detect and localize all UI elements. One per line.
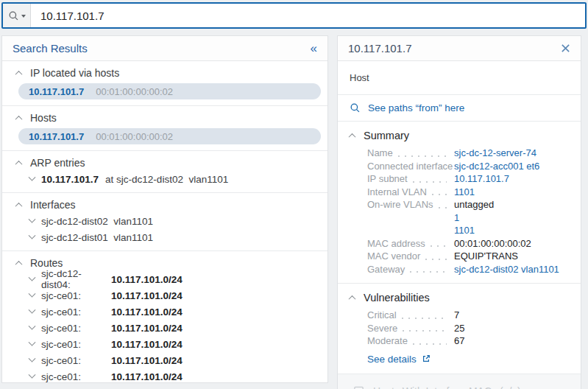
search-input[interactable]: 10.117.101.7 xyxy=(31,10,585,22)
kv-value-link[interactable]: sjc-dc-12-server-74 xyxy=(454,147,536,160)
route-row[interactable]: sjc-ce01: 10.117.101.0/24 xyxy=(2,288,327,303)
route-row[interactable]: sjc-ce01: 10.117.101.0/24 xyxy=(2,369,327,383)
arp-entry-row[interactable]: 10.117.101.7 at sjc-dc12-dist02 vlan1101 xyxy=(2,172,327,186)
kv-value-link[interactable]: 1 xyxy=(454,211,459,225)
see-paths-label: See paths “from” here xyxy=(368,102,464,113)
route-device: sjc-ce01: xyxy=(41,306,105,318)
vuln-row-critical: Critical 7 xyxy=(350,309,569,322)
summary-header[interactable]: Summary xyxy=(350,128,569,143)
route-prefix: 10.117.101.0/24 xyxy=(111,371,183,382)
summary-row-onwire-vlan-1: 1 xyxy=(350,211,569,225)
search-icon xyxy=(8,10,19,21)
collapse-panel-icon[interactable]: « xyxy=(309,42,319,55)
summary-row-connected-interface: Connected interface sjc-dc12-acc001 et6 xyxy=(350,160,569,173)
see-paths-link[interactable]: See paths “from” here xyxy=(338,95,581,122)
see-details-label: See details xyxy=(367,354,417,365)
chevron-down-icon[interactable] xyxy=(29,354,36,362)
chevron-up-icon[interactable] xyxy=(15,70,23,77)
chevron-down-icon[interactable] xyxy=(29,173,36,181)
chevron-up-icon[interactable] xyxy=(15,202,23,209)
chevron-up-icon[interactable] xyxy=(349,133,356,140)
kv-value-link[interactable]: 1101 xyxy=(454,186,475,199)
table-icon xyxy=(353,385,364,389)
route-row[interactable]: sjc-ce01: 10.117.101.0/24 xyxy=(2,337,327,351)
section-title: Hosts xyxy=(30,112,57,124)
see-details-link[interactable]: See details xyxy=(367,354,431,365)
section-arp-entries: ARP entries 10.117.101.7 at sjc-dc12-dis… xyxy=(2,151,327,193)
chevron-down-icon[interactable] xyxy=(29,306,36,313)
kv-label: MAC vendor xyxy=(367,250,420,263)
route-prefix: 10.117.101.0/24 xyxy=(111,290,183,301)
route-device: sjc-ce01: xyxy=(41,371,105,382)
disabled-section-label: Hosts With Interface MACs (n/a) xyxy=(373,385,521,389)
summary-row-mac-address: MAC address 00:01:00:00:00:02 xyxy=(350,237,569,250)
chevron-up-icon[interactable] xyxy=(349,295,356,302)
interface-row[interactable]: sjc-dc12-dist01 vlan1101 xyxy=(2,230,327,245)
kv-value-link[interactable]: sjc-dc12-dist02 vlan1101 xyxy=(454,263,559,276)
search-results-panel: Search Results « IP located via hosts 10… xyxy=(1,35,328,383)
section-vulnerabilities: Vulnerabilities Critical 7 Severe 25 Mod… xyxy=(338,284,581,374)
summary-row-name: Name sjc-dc-12-server-74 xyxy=(350,147,569,160)
section-header-ip-located[interactable]: IP located via hosts xyxy=(2,66,327,80)
route-prefix: 10.117.101.0/24 xyxy=(111,339,183,350)
chip-ip[interactable]: 10.117.101.7 xyxy=(29,131,84,142)
detail-header: 10.117.101.7 xyxy=(338,36,581,61)
chevron-down-icon[interactable] xyxy=(29,290,36,297)
section-summary: Summary Name sjc-dc-12-server-74 Connect… xyxy=(338,122,581,284)
section-header-hosts[interactable]: Hosts xyxy=(2,111,327,125)
detail-title: 10.117.101.7 xyxy=(348,42,411,55)
host-chip[interactable]: 10.117.101.7 00:01:00:00:00:02 xyxy=(18,128,321,144)
interface-row[interactable]: sjc-dc12-dist02 vlan1101 xyxy=(2,214,327,228)
summary-row-internal-vlan: Internal VLAN 1101 xyxy=(350,186,569,199)
route-row[interactable]: sjc-ce01: 10.117.101.0/24 xyxy=(2,304,327,319)
chip-mac: 00:01:00:00:00:02 xyxy=(96,131,173,142)
chevron-up-icon[interactable] xyxy=(15,115,23,122)
kv-label: Connected interface xyxy=(367,160,453,173)
search-results-title: Search Results xyxy=(13,42,88,55)
dotted-leader xyxy=(413,334,447,348)
section-title: Summary xyxy=(364,130,409,141)
kv-value-link[interactable]: 10.117.101.7 xyxy=(454,172,509,186)
route-prefix: 10.117.101.0/24 xyxy=(111,274,183,285)
route-device: sjc-ce01: xyxy=(41,339,105,350)
chevron-down-icon[interactable] xyxy=(29,215,36,222)
summary-row-ip-subnet: IP subnet 10.117.101.7 xyxy=(350,172,569,186)
search-bar[interactable]: 10.117.101.7 xyxy=(1,2,587,29)
kv-value: 67 xyxy=(454,334,464,348)
dotted-leader xyxy=(410,263,447,276)
section-header-arp[interactable]: ARP entries xyxy=(2,155,327,170)
section-header-interfaces[interactable]: Interfaces xyxy=(2,197,327,212)
dotted-leader xyxy=(403,322,447,335)
dotted-leader xyxy=(431,237,447,250)
chip-mac: 00:01:00:00:00:02 xyxy=(96,86,173,97)
chevron-down-icon[interactable] xyxy=(29,338,36,346)
chevron-down-icon[interactable] xyxy=(29,371,36,378)
summary-row-onwire-vlans: On-wire VLANs untagged xyxy=(350,198,569,211)
chevron-up-icon[interactable] xyxy=(15,260,23,267)
kv-value-link[interactable]: sjc-dc12-acc001 et6 xyxy=(454,160,539,173)
chevron-down-icon[interactable] xyxy=(29,322,36,329)
chevron-up-icon[interactable] xyxy=(15,160,23,167)
section-hosts-with-interface-macs: Hosts With Interface MACs (n/a) xyxy=(338,374,581,389)
vulnerabilities-header[interactable]: Vulnerabilities xyxy=(350,290,569,305)
close-button[interactable] xyxy=(559,42,572,55)
summary-row-gateway: Gateway sjc-dc12-dist02 vlan1101 xyxy=(350,263,569,276)
host-chip[interactable]: 10.117.101.7 00:01:00:00:00:02 xyxy=(18,83,321,99)
kv-label: Internal VLAN xyxy=(367,186,427,199)
search-type-dropdown[interactable] xyxy=(3,4,31,27)
route-prefix: 10.117.101.0/24 xyxy=(111,323,183,334)
kv-value-link[interactable]: 1101 xyxy=(454,224,475,237)
section-title: Interfaces xyxy=(30,199,75,211)
route-row[interactable]: sjc-ce01: 10.117.101.0/24 xyxy=(2,320,327,335)
chevron-down-icon[interactable] xyxy=(29,273,36,281)
chevron-down-icon[interactable] xyxy=(29,231,36,239)
route-row[interactable]: sjc-ce01: 10.117.101.0/24 xyxy=(2,353,327,368)
kv-label: Severe xyxy=(367,322,397,335)
kv-label: Name xyxy=(367,147,393,160)
kv-label: IP subnet xyxy=(367,172,408,186)
route-prefix: 10.117.101.0/24 xyxy=(111,306,183,318)
chip-ip[interactable]: 10.117.101.7 xyxy=(29,86,84,97)
arp-location: at sjc-dc12-dist02 vlan1101 xyxy=(105,174,228,185)
route-row[interactable]: sjc-dc12-dist04: 10.117.101.0/24 xyxy=(2,272,327,287)
external-link-icon xyxy=(422,354,431,363)
